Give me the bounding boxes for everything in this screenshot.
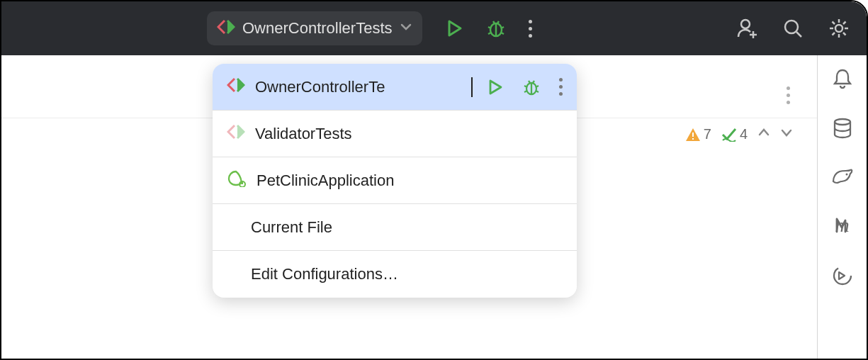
warnings-count: 7: [704, 126, 711, 142]
run-button[interactable]: [487, 79, 504, 96]
svg-point-13: [835, 25, 842, 32]
svg-line-31: [533, 81, 534, 83]
add-user-button[interactable]: [736, 18, 757, 39]
dropdown-item-owner-controller-tests[interactable]: OwnerControllerTe: [213, 64, 577, 111]
dropdown-item-current-file[interactable]: Current File: [213, 204, 577, 251]
toolbar-run-actions: [445, 19, 532, 38]
debug-button[interactable]: [522, 79, 541, 96]
search-button[interactable]: [783, 18, 803, 38]
svg-point-11: [785, 21, 798, 33]
more-actions-button[interactable]: [529, 20, 532, 38]
svg-line-18: [833, 22, 835, 25]
coverage-button[interactable]: [832, 265, 853, 286]
test-config-icon: [227, 77, 245, 97]
svg-point-8: [741, 20, 750, 28]
svg-rect-23: [692, 138, 694, 140]
notifications-button[interactable]: [833, 68, 852, 89]
gradle-button[interactable]: [831, 167, 854, 186]
run-button[interactable]: [445, 19, 463, 38]
prev-highlight-button[interactable]: [757, 126, 770, 142]
test-config-icon: [217, 19, 235, 38]
run-config-label: OwnerControllerTests: [242, 19, 393, 38]
dropdown-item-actions: [487, 78, 563, 96]
svg-point-34: [835, 119, 850, 125]
dropdown-item-validator-tests[interactable]: ValidatorTests: [213, 111, 577, 157]
svg-point-36: [834, 267, 851, 284]
database-button[interactable]: [833, 118, 852, 139]
dropdown-item-edit-configs[interactable]: Edit Configurations…: [213, 251, 577, 298]
inspection-widget[interactable]: 7 4: [685, 126, 793, 142]
svg-line-20: [843, 22, 846, 25]
main-toolbar: OwnerControllerTests: [1, 1, 867, 55]
debug-button[interactable]: [486, 19, 506, 38]
spring-boot-icon: [227, 170, 247, 191]
editor-more-button[interactable]: [787, 86, 790, 104]
toolbar-right-actions: [736, 18, 850, 39]
weak-warnings-count: 4: [740, 126, 748, 142]
dropdown-item-label: OwnerControllerTe: [255, 78, 466, 96]
editor-area: 7 4 OwnerControllerTe: [1, 55, 867, 359]
chevron-down-icon: [400, 21, 412, 36]
dropdown-item-label: ValidatorTests: [255, 125, 563, 143]
settings-button[interactable]: [828, 18, 850, 39]
run-config-selector[interactable]: OwnerControllerTests: [207, 11, 422, 45]
svg-line-7: [497, 21, 499, 23]
svg-rect-22: [692, 133, 694, 137]
svg-line-6: [493, 21, 495, 23]
dropdown-item-label: Current File: [251, 218, 563, 237]
text-cursor: [471, 77, 473, 97]
right-tool-sidebar: m: [817, 55, 867, 359]
dropdown-item-label: PetClinicApplication: [257, 171, 563, 190]
svg-line-30: [529, 81, 530, 83]
svg-line-21: [833, 33, 835, 35]
item-more-button[interactable]: [559, 78, 563, 96]
dropdown-item-petclinic-app[interactable]: PetClinicApplication: [213, 157, 577, 204]
maven-button[interactable]: m: [835, 214, 849, 237]
svg-point-35: [845, 174, 847, 176]
test-config-muted-icon: [227, 124, 245, 144]
svg-line-12: [796, 32, 801, 37]
dropdown-item-label: Edit Configurations…: [251, 265, 563, 283]
warnings-badge[interactable]: 7: [685, 126, 711, 142]
weak-warnings-badge[interactable]: 4: [721, 126, 748, 142]
next-highlight-button[interactable]: [780, 126, 793, 142]
run-config-dropdown: OwnerControllerTe: [213, 64, 577, 298]
svg-line-19: [843, 33, 846, 35]
